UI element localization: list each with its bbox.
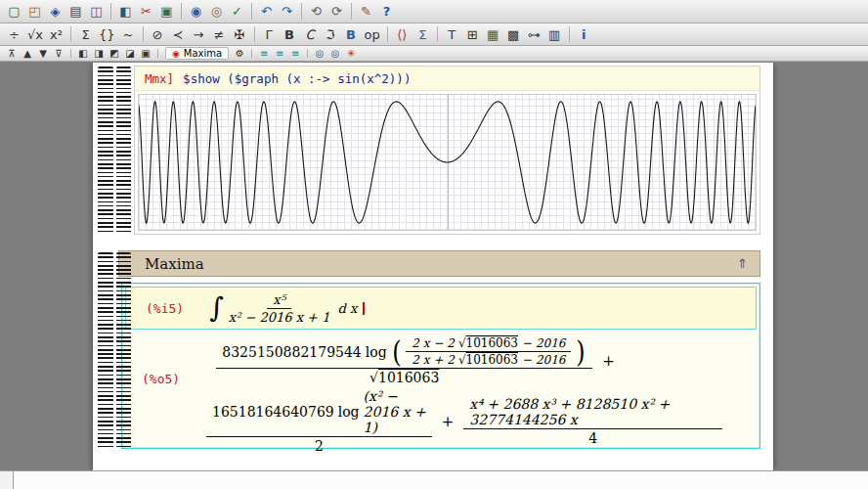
left-paren: ( bbox=[392, 337, 401, 367]
radicand: 1016063 bbox=[466, 336, 518, 350]
cell-left-icon[interactable]: ◧ bbox=[76, 47, 90, 60]
fraction-icon[interactable]: ÷ bbox=[5, 25, 23, 44]
cut-icon[interactable]: ✂ bbox=[137, 2, 155, 21]
spiral-binding bbox=[98, 67, 131, 234]
relation-icon[interactable]: ≺ bbox=[169, 25, 188, 44]
copy-icon[interactable]: ◧ bbox=[116, 2, 135, 21]
right-paren: ) bbox=[577, 337, 586, 367]
align-right-icon[interactable]: ≡ bbox=[288, 47, 302, 60]
toolbar-separator bbox=[254, 26, 255, 42]
blackboard-bold-icon[interactable]: B bbox=[342, 25, 361, 44]
text-mode-icon[interactable]: T bbox=[443, 25, 461, 44]
term2-fraction: 16518164640769 log (x² − 2016 x + 1) 2 bbox=[206, 388, 432, 454]
maxima-input-formula: ∫ x⁵ x² − 2016 x + 1 d x bbox=[209, 292, 365, 325]
term1-coefficient: 8325150882179544 bbox=[222, 344, 362, 360]
insert-grid-icon[interactable]: ▩ bbox=[504, 25, 523, 44]
log-function: log bbox=[338, 404, 360, 420]
arrow-icon[interactable]: → bbox=[190, 25, 208, 44]
cell-bottom-icon[interactable]: ◪ bbox=[123, 47, 137, 60]
circled-operator-icon[interactable]: ⊘ bbox=[149, 25, 167, 44]
sum-icon[interactable]: Σ bbox=[76, 25, 95, 44]
operator-icon[interactable]: op bbox=[363, 25, 382, 44]
info-icon[interactable]: i bbox=[575, 25, 593, 44]
sqrt-expression: √1016063 bbox=[458, 353, 518, 367]
insert-below-icon[interactable]: ⊽ bbox=[52, 47, 65, 60]
calligraphic-icon[interactable]: C bbox=[301, 25, 320, 44]
fraktur-icon[interactable]: ℑ bbox=[322, 25, 340, 44]
brackets-icon[interactable]: ⟨⟩ bbox=[393, 25, 412, 44]
accent-icon[interactable]: ~ bbox=[119, 25, 138, 44]
term2-coefficient: 16518164640769 bbox=[212, 404, 334, 420]
script-icon[interactable]: x² bbox=[47, 25, 65, 44]
compose-icon[interactable]: ✎ bbox=[357, 2, 375, 21]
maxima-output-prompt: (%o5) bbox=[142, 372, 180, 386]
spell-check-icon[interactable]: ✓ bbox=[228, 2, 246, 21]
document-page[interactable]: Mmx] $show ($graph (x :-> sin(x^2))) Max… bbox=[93, 63, 773, 470]
print-icon[interactable]: ▤ bbox=[66, 2, 85, 21]
search-icon[interactable]: ◉ bbox=[187, 2, 205, 21]
bold-math-icon[interactable]: B bbox=[281, 25, 299, 44]
insert-table-icon[interactable]: ⊞ bbox=[463, 25, 482, 44]
cell-right-icon[interactable]: ◨ bbox=[92, 47, 106, 60]
misc-symbol-icon[interactable]: ✠ bbox=[231, 25, 249, 44]
session-selector[interactable]: ◉ Maxima bbox=[165, 47, 229, 60]
greek-letter-icon[interactable]: Γ bbox=[260, 25, 279, 44]
term3-denominator: 4 bbox=[588, 429, 597, 446]
clipboard-icon[interactable]: ▥ bbox=[545, 25, 564, 44]
maxima-input-field[interactable]: (%i5) ∫ x⁵ x² − 2016 x + 1 d x bbox=[125, 287, 757, 330]
preview-icon[interactable]: ◫ bbox=[87, 2, 106, 21]
insert-above-icon[interactable]: ⊼ bbox=[5, 47, 19, 60]
mmx-input-line[interactable]: Mmx] $show ($graph (x :-> sin(x^2))) bbox=[135, 67, 760, 91]
hyperlink-icon[interactable]: ⊶ bbox=[525, 25, 543, 44]
toolbar-separator bbox=[143, 26, 144, 42]
document-area: Mmx] $show ($graph (x :-> sin(x^2))) Max… bbox=[0, 63, 868, 470]
collapse-session-icon[interactable]: ⇑ bbox=[737, 256, 748, 271]
radicand: 1016063 bbox=[466, 353, 518, 367]
session-selector-label: Maxima bbox=[184, 48, 222, 59]
forward-icon[interactable]: ⟳ bbox=[327, 2, 346, 21]
focus-next-icon[interactable]: ▼ bbox=[36, 47, 50, 60]
help-icon[interactable]: ? bbox=[377, 2, 396, 21]
toolbar-separator bbox=[181, 3, 182, 20]
redo-icon[interactable]: ↷ bbox=[278, 2, 296, 21]
negation-icon[interactable]: ≠ bbox=[210, 25, 229, 44]
new-document-icon[interactable]: ▢ bbox=[5, 2, 23, 21]
open-document-icon[interactable]: ◰ bbox=[25, 2, 44, 21]
undo-icon[interactable]: ↶ bbox=[257, 2, 276, 21]
spiral-coil bbox=[116, 67, 132, 234]
cell-top-icon[interactable]: ◩ bbox=[108, 47, 121, 60]
braces-icon[interactable]: {} bbox=[97, 25, 117, 44]
term2-numerator: 16518164640769 log (x² − 2016 x + 1) bbox=[206, 388, 432, 437]
differential: d x bbox=[337, 301, 357, 316]
replace-icon[interactable]: ◎ bbox=[207, 2, 226, 21]
big-operator-icon[interactable]: Σ bbox=[413, 25, 432, 44]
toolbar-separator bbox=[110, 3, 111, 20]
math-mode-toolbar: ÷√xx²Σ{}~⊘≺→≠✠ΓBCℑBop⟨⟩ΣT⊞▦▩⊶▥i bbox=[0, 23, 868, 46]
insert-image-icon[interactable]: ▦ bbox=[484, 25, 502, 44]
focus-toolbar-right-icons: ≡≡≡◎◎✳ bbox=[256, 47, 359, 60]
ring-binder-icon[interactable]: ◎ bbox=[313, 47, 326, 60]
plus-operator: + bbox=[602, 352, 615, 370]
focus-previous-icon[interactable]: ▲ bbox=[21, 47, 34, 60]
paste-icon[interactable]: ▣ bbox=[157, 2, 176, 21]
maxima-logo-icon: ◉ bbox=[172, 49, 180, 59]
back-icon[interactable]: ⟲ bbox=[307, 2, 326, 21]
cell-frame-icon[interactable]: ▣ bbox=[139, 47, 152, 60]
maxima-input-prompt: (%i5) bbox=[146, 301, 184, 316]
scissors-red-icon[interactable]: ✳ bbox=[344, 47, 358, 60]
log-function: log bbox=[366, 344, 387, 360]
texmacs-window: ▢◰◈▤◫◧✂▣◉◎✓↶↷⟲⟳✎? ÷√xx²Σ{}~⊘≺→≠✠ΓBCℑBop⟨… bbox=[0, 0, 868, 489]
text-cursor bbox=[363, 302, 365, 315]
session-settings-icon[interactable]: ⚙ bbox=[233, 47, 246, 60]
toolbar-separator bbox=[437, 26, 438, 42]
align-left-icon[interactable]: ≡ bbox=[257, 47, 271, 60]
spiral-coil bbox=[98, 252, 113, 449]
radical-sign: √ bbox=[369, 370, 378, 385]
mmx-session: Mmx] $show ($graph (x :-> sin(x^2))) bbox=[134, 66, 760, 235]
ring-binder-icon-2[interactable]: ◎ bbox=[328, 47, 342, 60]
term1-numerator: 8325150882179544 log ( 2 x − 2 √1016063 … bbox=[216, 336, 592, 369]
align-center-icon[interactable]: ≡ bbox=[273, 47, 286, 60]
sqrt-icon[interactable]: √x bbox=[25, 25, 45, 44]
save-document-icon[interactable]: ◈ bbox=[46, 2, 65, 21]
maxima-session-header: Maxima ⇑ bbox=[118, 250, 760, 277]
